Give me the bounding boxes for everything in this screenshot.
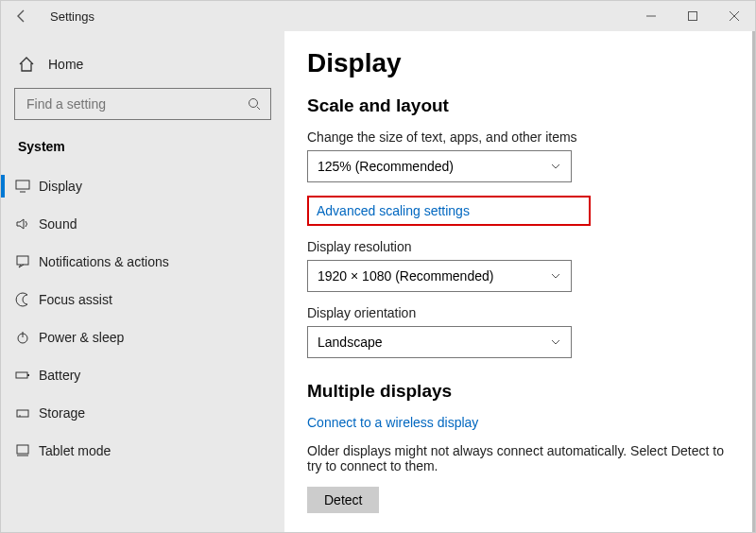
search-box[interactable] — [14, 88, 271, 120]
sidebar-item-label: Notifications & actions — [39, 254, 169, 269]
orientation-value: Landscape — [318, 335, 383, 350]
sidebar-item-display[interactable]: Display — [1, 167, 284, 205]
window-controls — [630, 1, 755, 31]
search-icon — [248, 97, 261, 111]
sidebar-item-sound[interactable]: Sound — [1, 205, 284, 243]
sidebar-item-label: Focus assist — [39, 292, 112, 307]
sidebar-item-battery[interactable]: Battery — [1, 356, 284, 394]
sidebar-item-home[interactable]: Home — [1, 50, 284, 78]
power-icon — [14, 329, 31, 346]
resolution-label: Display resolution — [307, 239, 732, 254]
back-button[interactable] — [9, 3, 35, 29]
svg-line-5 — [257, 107, 260, 110]
sidebar: Home System Display Sound — [1, 31, 284, 532]
sidebar-item-label: Power & sleep — [39, 330, 124, 345]
svg-rect-15 — [17, 445, 28, 454]
svg-rect-8 — [17, 256, 28, 265]
section-scale-layout: Scale and layout — [307, 95, 732, 116]
body: Home System Display Sound — [1, 31, 755, 532]
minimize-icon — [646, 11, 656, 21]
sidebar-category: System — [1, 135, 284, 167]
minimize-button[interactable] — [630, 1, 672, 31]
close-icon — [730, 11, 739, 21]
chevron-down-icon — [550, 336, 561, 348]
sound-icon — [14, 215, 31, 232]
svg-point-4 — [249, 99, 258, 108]
scale-combobox[interactable]: 125% (Recommended) — [307, 150, 572, 182]
svg-rect-12 — [27, 374, 29, 376]
focus-assist-icon — [14, 291, 31, 308]
svg-rect-11 — [16, 372, 27, 378]
battery-icon — [14, 367, 31, 384]
home-label: Home — [48, 57, 83, 72]
scale-value: 125% (Recommended) — [318, 159, 454, 174]
home-icon — [18, 56, 35, 73]
chevron-down-icon — [550, 270, 561, 282]
sidebar-item-focus-assist[interactable]: Focus assist — [1, 281, 284, 318]
content-pane: Display Scale and layout Change the size… — [284, 31, 755, 532]
content-scrollbar[interactable] — [752, 31, 755, 532]
svg-rect-13 — [17, 410, 28, 417]
detect-button[interactable]: Detect — [307, 487, 379, 513]
maximize-button[interactable] — [672, 1, 713, 31]
svg-point-14 — [19, 415, 21, 417]
chevron-down-icon — [550, 161, 561, 172]
section-multiple-displays: Multiple displays — [307, 381, 732, 402]
titlebar: Settings — [1, 1, 755, 31]
sidebar-item-label: Storage — [39, 405, 85, 421]
page-title: Display — [307, 48, 732, 78]
orientation-label: Display orientation — [307, 305, 732, 320]
tablet-mode-icon — [14, 442, 31, 459]
highlight-advanced-scaling: Advanced scaling settings — [307, 196, 591, 226]
scale-label: Change the size of text, apps, and other… — [307, 129, 732, 145]
advanced-scaling-link[interactable]: Advanced scaling settings — [317, 203, 581, 218]
close-button[interactable] — [713, 1, 755, 31]
sidebar-item-tablet-mode[interactable]: Tablet mode — [1, 432, 284, 470]
svg-rect-1 — [689, 12, 697, 21]
wireless-display-link[interactable]: Connect to a wireless display — [307, 415, 732, 430]
window-title: Settings — [50, 9, 94, 24]
arrow-left-icon — [14, 9, 29, 24]
resolution-value: 1920 × 1080 (Recommended) — [318, 268, 493, 284]
sidebar-item-power-sleep[interactable]: Power & sleep — [1, 318, 284, 356]
display-icon — [14, 178, 31, 195]
maximize-icon — [688, 11, 697, 21]
search-input[interactable] — [25, 95, 248, 112]
sidebar-item-label: Sound — [39, 216, 77, 232]
sidebar-item-label: Tablet mode — [39, 443, 111, 458]
sidebar-nav: Display Sound Notifications & actions Fo… — [1, 167, 284, 470]
storage-icon — [14, 404, 31, 421]
resolution-combobox[interactable]: 1920 × 1080 (Recommended) — [307, 260, 572, 292]
sidebar-item-storage[interactable]: Storage — [1, 394, 284, 432]
sidebar-item-label: Display — [39, 179, 82, 194]
sidebar-item-label: Battery — [39, 368, 80, 383]
svg-rect-6 — [16, 181, 29, 189]
notifications-icon — [14, 253, 31, 270]
settings-window: Settings Home System Display — [0, 0, 756, 533]
orientation-combobox[interactable]: Landscape — [307, 326, 572, 358]
sidebar-item-notifications[interactable]: Notifications & actions — [1, 243, 284, 281]
older-displays-text: Older displays might not always connect … — [307, 443, 732, 473]
